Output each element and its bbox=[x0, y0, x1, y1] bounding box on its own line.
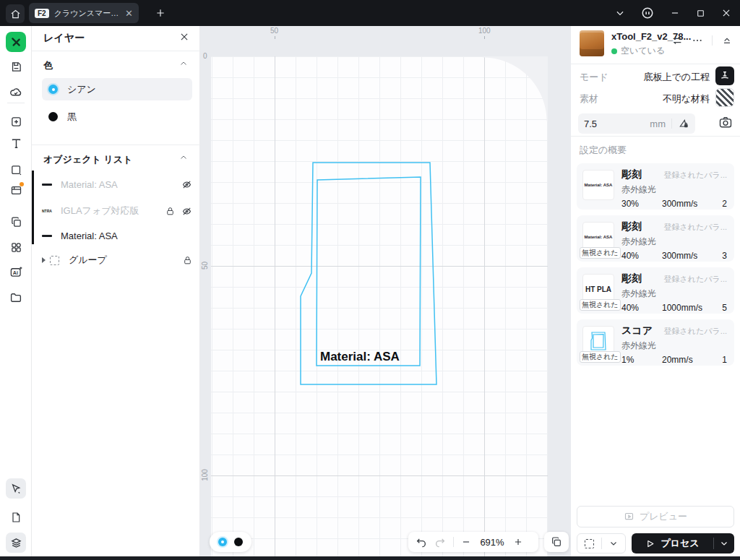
chevron-up-icon[interactable] bbox=[179, 153, 188, 162]
material-value[interactable]: 不明な材料 bbox=[663, 92, 710, 105]
zoom-out-icon[interactable] bbox=[461, 537, 471, 547]
frame-select-dropdown[interactable] bbox=[602, 539, 626, 548]
speed-value: 300mm/s bbox=[662, 199, 722, 209]
process-card[interactable]: HT PLA 無視された 彫刻 登録されたパラ... 赤外線光 40% 1000… bbox=[577, 267, 734, 314]
home-icon bbox=[10, 9, 21, 20]
thickness-input[interactable]: 7.5 mm bbox=[578, 113, 695, 134]
notification-dot bbox=[20, 182, 24, 186]
home-button[interactable] bbox=[6, 4, 25, 23]
projects-folder-icon[interactable] bbox=[6, 288, 26, 308]
camera-icon[interactable] bbox=[718, 115, 733, 129]
zoom-toolbar: 691% bbox=[408, 532, 538, 552]
select-tool-icon[interactable] bbox=[6, 478, 26, 499]
panel-close-icon[interactable] bbox=[179, 32, 189, 42]
process-param: 登録されたパラ... bbox=[664, 170, 727, 181]
process-type: 彫刻 bbox=[621, 220, 642, 233]
laser-type: 赤外線光 bbox=[621, 340, 727, 352]
lock-icon[interactable] bbox=[165, 207, 175, 216]
color-item-cyan[interactable]: シアン bbox=[42, 78, 192, 100]
redo-icon[interactable] bbox=[434, 536, 446, 548]
power-value: 40% bbox=[621, 303, 662, 313]
process-type: スコア bbox=[621, 324, 653, 337]
document-tab[interactable]: F2 クラウンスマートキーケー... ✕ bbox=[29, 3, 139, 23]
history-icon[interactable] bbox=[641, 7, 654, 20]
speed-value: 1000mm/s bbox=[662, 303, 722, 313]
ignored-badge: 無視された bbox=[580, 351, 621, 363]
mode-icon[interactable] bbox=[715, 66, 734, 85]
process-card[interactable]: Material: ASA 無視された 彫刻 登録されたパラ... 赤外線光 4… bbox=[577, 215, 734, 262]
zoom-in-icon[interactable] bbox=[513, 537, 523, 547]
layers-panel: レイヤー 色 シアン 黒 オブジェクト リスト Material: ASA NT… bbox=[32, 26, 200, 556]
material-swatch-icon[interactable] bbox=[715, 88, 734, 107]
tab-close-icon[interactable]: ✕ bbox=[125, 9, 133, 18]
object-label: Material: ASA bbox=[61, 231, 118, 241]
cloud-sync-icon[interactable] bbox=[6, 82, 26, 103]
canvas-text-object[interactable]: Material: ASA bbox=[320, 350, 400, 364]
divider bbox=[571, 64, 740, 64]
chevron-up-icon[interactable] bbox=[179, 59, 188, 68]
process-card[interactable]: 無視された スコア 登録されたパラ... 赤外線光 1% 20mm/s 1 bbox=[577, 319, 734, 366]
more-options-icon[interactable] bbox=[692, 35, 703, 46]
passes-value: 2 bbox=[722, 199, 727, 209]
object-row[interactable]: Material: ASA bbox=[42, 225, 192, 246]
process-card[interactable]: Material: ASA 彫刻 登録されたパラ... 赤外線光 30% 300… bbox=[577, 163, 734, 210]
preview-button[interactable]: プレビュー bbox=[577, 506, 734, 527]
lock-icon[interactable] bbox=[183, 256, 192, 265]
object-row-group[interactable]: グループ bbox=[42, 249, 192, 271]
divider bbox=[32, 51, 200, 51]
duplicate-tool-icon[interactable] bbox=[6, 212, 26, 232]
color-item-black[interactable]: 黒 bbox=[42, 105, 192, 128]
thickness-value[interactable]: 7.5 bbox=[584, 119, 644, 129]
page-panel-icon[interactable] bbox=[6, 507, 26, 527]
auto-measure-icon[interactable] bbox=[678, 118, 689, 129]
apps-grid-icon[interactable] bbox=[6, 237, 26, 257]
line-object-icon bbox=[42, 184, 61, 186]
object-row[interactable]: NTRA IGLAフォブ対応版 bbox=[42, 200, 192, 222]
inner-outline-shape[interactable] bbox=[317, 177, 421, 366]
settings-summary-title: 設定の概要 bbox=[580, 144, 627, 157]
minimize-icon[interactable] bbox=[670, 8, 680, 18]
expand-triangle-icon[interactable] bbox=[42, 257, 46, 263]
ai-tools-icon[interactable]: Ai bbox=[6, 262, 26, 282]
group-object-icon bbox=[50, 256, 69, 265]
shape-tool-icon[interactable] bbox=[6, 160, 26, 180]
eye-off-icon[interactable] bbox=[181, 179, 192, 190]
duplicate-canvas-button[interactable] bbox=[544, 532, 569, 552]
layers-panel-icon[interactable] bbox=[6, 533, 26, 553]
window-bottom-edge bbox=[0, 556, 740, 560]
maximize-icon[interactable] bbox=[696, 9, 705, 18]
device-status: 空いている bbox=[611, 45, 665, 57]
power-value: 40% bbox=[621, 251, 662, 261]
zoom-level[interactable]: 691% bbox=[478, 537, 506, 548]
design-objects[interactable] bbox=[200, 26, 571, 556]
process-thumbnail: Material: ASA bbox=[582, 170, 614, 200]
text-tool-icon[interactable] bbox=[6, 133, 26, 153]
undo-icon[interactable] bbox=[416, 536, 427, 548]
toolbar-divider bbox=[7, 103, 25, 103]
canvas-area[interactable]: 50 100 0 50 100 Material: ASA 691% bbox=[200, 26, 571, 556]
cyan-filter-dot[interactable] bbox=[218, 538, 227, 546]
object-row[interactable]: Material: ASA bbox=[42, 173, 192, 195]
laser-type: 赤外線光 bbox=[621, 288, 727, 300]
save-icon[interactable] bbox=[6, 56, 26, 77]
window-chevron-down-icon[interactable] bbox=[615, 8, 625, 18]
xtool-logo[interactable] bbox=[6, 32, 26, 52]
frame-select-button[interactable] bbox=[577, 539, 601, 548]
switch-device-icon[interactable] bbox=[671, 35, 683, 46]
collapse-panel-icon[interactable] bbox=[721, 35, 733, 46]
new-tab-button[interactable] bbox=[152, 4, 169, 22]
object-label: Material: ASA bbox=[61, 179, 118, 190]
process-button[interactable]: プロセス bbox=[632, 537, 713, 550]
process-dropdown[interactable] bbox=[714, 539, 734, 548]
eye-off-icon[interactable] bbox=[181, 206, 192, 217]
passes-value: 3 bbox=[722, 251, 727, 261]
close-icon[interactable] bbox=[721, 8, 731, 18]
speed-value: 300mm/s bbox=[662, 251, 722, 261]
material-library-icon[interactable] bbox=[6, 180, 26, 200]
insert-icon[interactable] bbox=[6, 111, 26, 132]
speed-value: 20mm/s bbox=[662, 355, 722, 365]
color-item-label: 黒 bbox=[67, 111, 77, 124]
divider bbox=[571, 136, 740, 137]
mode-value[interactable]: 底板上での工程 bbox=[643, 71, 710, 84]
black-filter-dot[interactable] bbox=[234, 538, 243, 546]
